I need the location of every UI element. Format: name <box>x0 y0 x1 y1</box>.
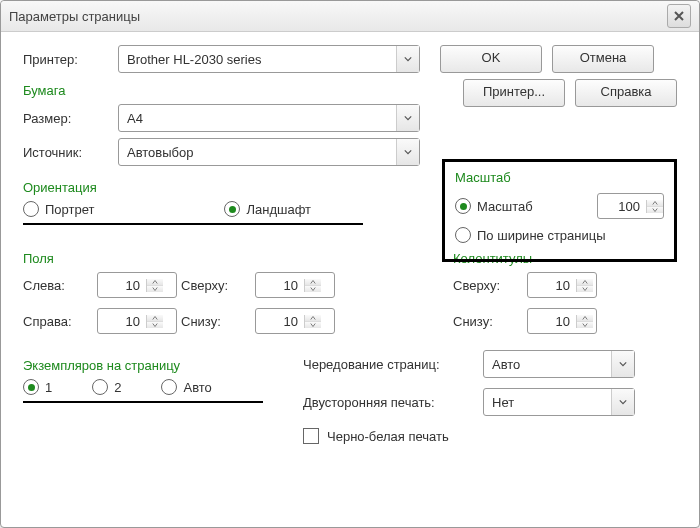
margin-bottom-label: Снизу: <box>181 314 251 329</box>
spin-down-icon[interactable] <box>305 286 321 292</box>
ok-button[interactable]: OK <box>440 45 542 73</box>
radio-copies-1[interactable]: 1 <box>23 379 52 395</box>
radio-landscape[interactable]: Ландшафт <box>224 201 311 217</box>
margin-left-label: Слева: <box>23 278 93 293</box>
spin-up-icon[interactable] <box>305 315 321 322</box>
bw-checkbox[interactable]: Черно-белая печать <box>303 428 449 444</box>
margin-top-spin[interactable]: 10 <box>255 272 335 298</box>
spin-down-icon[interactable] <box>147 322 163 328</box>
dialog-title: Параметры страницы <box>9 9 667 24</box>
margin-left-spin[interactable]: 10 <box>97 272 177 298</box>
radio-icon <box>92 379 108 395</box>
radio-icon <box>161 379 177 395</box>
radio-scale[interactable]: Масштаб <box>455 198 533 214</box>
radio-icon <box>224 201 240 217</box>
spin-up-icon[interactable] <box>305 279 321 286</box>
radio-icon <box>455 198 471 214</box>
checkbox-icon <box>303 428 319 444</box>
titlebar: Параметры страницы <box>1 1 699 32</box>
radio-icon <box>23 201 39 217</box>
printer-value: Brother HL-2030 series <box>119 52 396 67</box>
source-label: Источник: <box>23 145 118 160</box>
spin-down-icon[interactable] <box>305 322 321 328</box>
paper-source-select[interactable]: Автовыбор <box>118 138 420 166</box>
alternation-select[interactable]: Авто <box>483 350 635 378</box>
margin-right-spin[interactable]: 10 <box>97 308 177 334</box>
spin-up-icon[interactable] <box>577 279 593 286</box>
spin-down-icon[interactable] <box>147 286 163 292</box>
dropdown-arrow-icon <box>396 105 419 131</box>
spin-up-icon[interactable] <box>577 315 593 322</box>
group-margins: Поля <box>23 251 443 266</box>
radio-icon <box>23 379 39 395</box>
close-button[interactable] <box>667 4 691 28</box>
hf-top-label: Сверху: <box>453 278 523 293</box>
page-setup-dialog: Параметры страницы Принтер: Brother HL-2… <box>0 0 700 528</box>
group-scale-frame: Масштаб Масштаб 100 По ширине стра <box>442 159 677 262</box>
close-icon <box>674 11 684 21</box>
spin-down-icon[interactable] <box>577 286 593 292</box>
dropdown-arrow-icon <box>611 351 634 377</box>
spin-down-icon[interactable] <box>647 207 663 213</box>
radio-fit-width[interactable]: По ширине страницы <box>455 227 606 243</box>
dropdown-arrow-icon <box>396 139 419 165</box>
scale-spin[interactable]: 100 <box>597 193 664 219</box>
paper-size-select[interactable]: A4 <box>118 104 420 132</box>
group-scale: Масштаб <box>455 170 664 185</box>
help-button[interactable]: Справка <box>575 79 677 107</box>
printer-label: Принтер: <box>23 52 118 67</box>
paper-size-value: A4 <box>119 111 396 126</box>
radio-portrait[interactable]: Портрет <box>23 201 94 217</box>
group-copies: Экземпляров на страницу <box>23 358 303 373</box>
duplex-select[interactable]: Нет <box>483 388 635 416</box>
spin-up-icon[interactable] <box>647 200 663 207</box>
paper-source-value: Автовыбор <box>119 145 396 160</box>
radio-copies-2[interactable]: 2 <box>92 379 121 395</box>
cancel-button[interactable]: Отмена <box>552 45 654 73</box>
dropdown-arrow-icon <box>396 46 419 72</box>
spin-up-icon[interactable] <box>147 279 163 286</box>
size-label: Размер: <box>23 111 118 126</box>
printer-select[interactable]: Brother HL-2030 series <box>118 45 420 73</box>
margin-bottom-spin[interactable]: 10 <box>255 308 335 334</box>
spin-up-icon[interactable] <box>147 315 163 322</box>
printer-settings-button[interactable]: Принтер... <box>463 79 565 107</box>
dropdown-arrow-icon <box>611 389 634 415</box>
spin-down-icon[interactable] <box>577 322 593 328</box>
duplex-label: Двусторонняя печать: <box>303 395 483 410</box>
margin-top-label: Сверху: <box>181 278 251 293</box>
radio-icon <box>455 227 471 243</box>
hf-top-spin[interactable]: 10 <box>527 272 597 298</box>
radio-copies-auto[interactable]: Авто <box>161 379 211 395</box>
alternation-label: Чередование страниц: <box>303 357 483 372</box>
hf-bottom-label: Снизу: <box>453 314 523 329</box>
margin-right-label: Справа: <box>23 314 93 329</box>
hf-bottom-spin[interactable]: 10 <box>527 308 597 334</box>
